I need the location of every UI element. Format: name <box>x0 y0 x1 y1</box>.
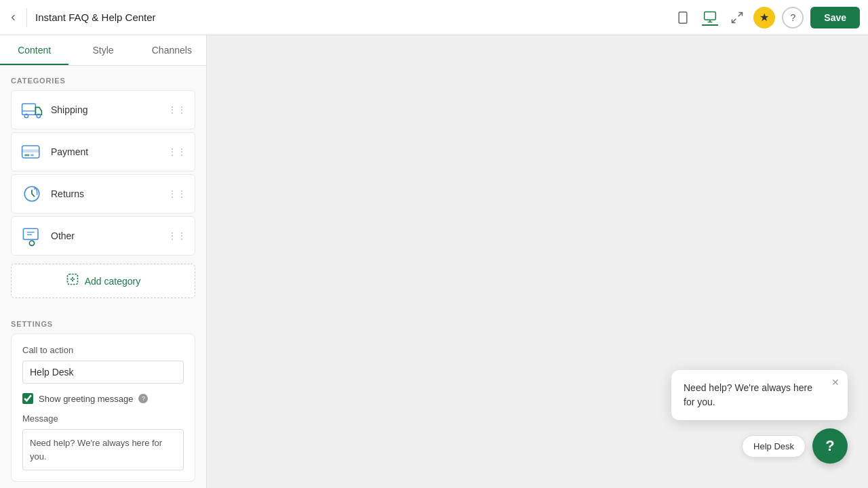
settings-inner: Call to action Show greeting message ? M… <box>11 333 195 482</box>
preview-area: ✕ Need help? We're always here for you. … <box>207 35 868 488</box>
save-button[interactable]: Save <box>810 7 860 28</box>
chat-bubble-text: Need help? We're always here for you. <box>684 381 835 409</box>
payment-label: Payment <box>51 146 161 157</box>
main-layout: Content Style Channels CATEGORIES Shipp <box>0 35 868 488</box>
tab-style[interactable]: Style <box>68 35 137 65</box>
help-button[interactable]: ? <box>782 7 804 28</box>
tab-content[interactable]: Content <box>0 35 68 65</box>
back-button[interactable] <box>8 8 27 27</box>
category-item-shipping[interactable]: Shipping ⋮⋮ <box>11 90 195 129</box>
chat-bubble: ✕ Need help? We're always here for you. <box>671 370 848 420</box>
greeting-checkbox[interactable] <box>22 393 33 404</box>
greeting-label: Show greeting message <box>39 394 133 404</box>
shipping-drag-handle[interactable]: ⋮⋮ <box>167 104 186 115</box>
tab-channels[interactable]: Channels <box>138 35 206 65</box>
svg-rect-20 <box>67 274 77 285</box>
payment-category-icon <box>20 140 44 164</box>
settings-section: Call to action Show greeting message ? M… <box>0 333 206 488</box>
category-item-other[interactable]: Other ⋮⋮ <box>11 216 195 256</box>
shipping-label: Shipping <box>51 104 161 115</box>
add-icon <box>66 272 79 289</box>
message-field-label: Message <box>22 413 184 424</box>
chat-bubble-close[interactable]: ✕ <box>831 377 840 388</box>
add-category-button[interactable]: Add category <box>11 264 195 298</box>
topbar: Instant FAQ & Help Center ★ ? Save <box>0 0 868 35</box>
other-drag-handle[interactable]: ⋮⋮ <box>167 230 186 241</box>
category-item-payment[interactable]: Payment ⋮⋮ <box>11 132 195 171</box>
tablet-icon[interactable] <box>675 9 691 26</box>
desktop-icon[interactable] <box>702 9 718 26</box>
other-category-icon <box>20 224 44 248</box>
chat-launcher-button[interactable]: ? <box>812 428 848 464</box>
page-title: Instant FAQ & Help Center <box>35 12 667 23</box>
chat-footer: Help Desk ? <box>671 428 848 464</box>
returns-label: Returns <box>51 188 161 199</box>
cta-field-label: Call to action <box>22 345 184 355</box>
greeting-toggle-row: Show greeting message ? <box>22 393 184 404</box>
chat-cta-button[interactable]: Help Desk <box>742 435 806 458</box>
topbar-actions: ★ ? Save <box>753 7 860 28</box>
device-icons <box>675 9 745 26</box>
svg-rect-0 <box>679 12 687 23</box>
settings-label: SETTINGS <box>0 309 206 333</box>
cta-input[interactable] <box>22 361 184 384</box>
categories-label: CATEGORIES <box>0 66 206 90</box>
message-content: Need help? We're always here for you. <box>30 436 176 463</box>
returns-category-icon <box>20 182 44 206</box>
other-label: Other <box>51 230 161 241</box>
svg-rect-16 <box>23 228 38 239</box>
chat-widget: ✕ Need help? We're always here for you. … <box>671 370 848 464</box>
chat-launcher-icon: ? <box>825 437 834 455</box>
svg-line-6 <box>732 18 736 22</box>
responsive-icon[interactable] <box>729 9 745 26</box>
svg-rect-2 <box>705 12 716 20</box>
svg-rect-13 <box>24 155 29 157</box>
message-box: Need help? We're always here for you. <box>22 429 184 470</box>
svg-point-17 <box>29 241 34 245</box>
tabs: Content Style Channels <box>0 35 206 66</box>
svg-rect-14 <box>31 155 34 157</box>
greeting-info-icon[interactable]: ? <box>138 394 148 403</box>
payment-drag-handle[interactable]: ⋮⋮ <box>167 146 186 157</box>
shipping-category-icon <box>20 98 44 122</box>
svg-line-5 <box>738 12 743 16</box>
returns-drag-handle[interactable]: ⋮⋮ <box>167 188 186 199</box>
category-item-returns[interactable]: Returns ⋮⋮ <box>11 174 195 214</box>
add-category-label: Add category <box>85 276 141 287</box>
star-icon: ★ <box>760 11 769 24</box>
svg-rect-12 <box>22 149 39 152</box>
svg-rect-7 <box>22 104 36 115</box>
upgrade-button[interactable]: ★ <box>753 7 775 28</box>
category-list: Shipping ⋮⋮ Payment ⋮⋮ <box>0 90 206 261</box>
question-icon: ? <box>790 12 795 23</box>
sidebar: Content Style Channels CATEGORIES Shipp <box>0 35 207 488</box>
